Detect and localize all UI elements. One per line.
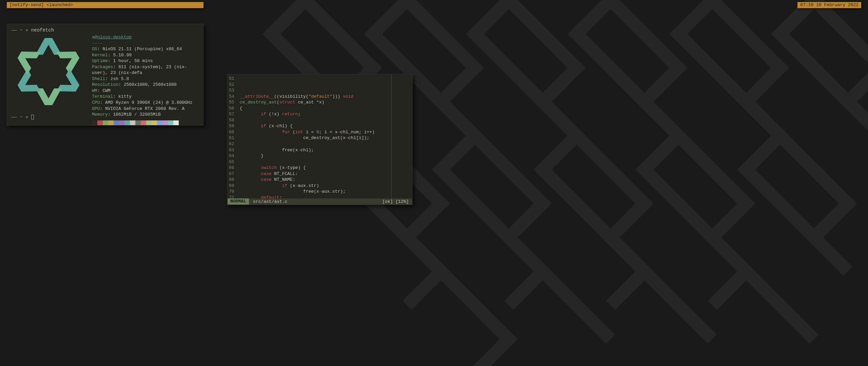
prompt-line: —— ~ » neofetch — [11, 27, 199, 33]
neofetch-field: Uptime: 1 hour, 50 mins — [92, 58, 199, 64]
line-number: 67 — [229, 171, 234, 177]
line-number: 61 — [229, 135, 234, 141]
neofetch-field-value: zsh 5.8 — [111, 76, 129, 81]
nixos-logo-icon — [11, 34, 86, 109]
neofetch-field-value: CWM — [102, 88, 110, 93]
neofetch-field-key: GPU — [92, 106, 100, 111]
editor-body[interactable]: 5152535455565758596061626364656667686970… — [228, 74, 412, 198]
color-swatch — [119, 120, 124, 126]
line-number: 51 — [229, 76, 234, 82]
line-number: 64 — [229, 153, 234, 159]
neofetch-at: @ — [95, 35, 97, 40]
color-swatch — [173, 120, 179, 126]
status-bar: NORMAL src/ast/ast.c [ok] [12%] — [228, 198, 412, 205]
code-line — [240, 117, 409, 123]
code-line — [240, 141, 409, 147]
code-line: ce_destroy_ast(x→chl[i]); — [240, 135, 409, 141]
neofetch-field: CPU: AMD Ryzen 9 3900X (24) @ 3.800GHz — [92, 100, 199, 106]
neofetch-field: Memory: 1062MiB / 32085MiB — [92, 112, 199, 118]
neofetch-field-value: NVIDIA GeForce RTX 2060 Rev. A — [105, 106, 185, 111]
line-number: 70 — [229, 189, 234, 195]
neofetch-separator: ---- — [92, 40, 199, 46]
editor-window[interactable]: 5152535455565758596061626364656667686970… — [227, 74, 412, 205]
line-number: 63 — [229, 147, 234, 153]
line-number: 60 — [229, 129, 234, 135]
line-number: 66 — [229, 165, 234, 171]
code-line: __attribute__((visibility("default"))) v… — [240, 94, 409, 100]
neofetch-info: a@nixos-desktop ---- OS: NixOS 21.11 (Po… — [92, 34, 199, 126]
code-line: if (!x) return; — [240, 111, 409, 117]
prompt-line-idle[interactable]: —— ~ » — [11, 114, 34, 120]
neofetch-field: Resolution: 2560x1080, 2560x1080 — [92, 82, 199, 88]
line-number: 58 — [229, 117, 234, 123]
color-swatch — [168, 120, 173, 126]
neofetch-host: nixos-desktop — [97, 35, 132, 40]
prompt-dash: —— — [11, 114, 17, 120]
neofetch-output: a@nixos-desktop ---- OS: NixOS 21.11 (Po… — [11, 34, 199, 126]
clock-text: 07:10 18 February 2022 — [800, 2, 859, 7]
line-number-gutter: 5152535455565758596061626364656667686970… — [228, 74, 237, 198]
color-swatch — [157, 120, 162, 126]
prompt-arrow: » — [25, 27, 28, 33]
line-number: 57 — [229, 111, 234, 117]
status-position: [ok] [12%] — [379, 199, 412, 204]
notification-bar: [notify-send] <launched> — [7, 2, 204, 8]
line-number: 59 — [229, 123, 234, 129]
neofetch-field: WM: CWM — [92, 88, 199, 94]
code-line: for (int i = 0; i < x→chl_num; i++) — [240, 129, 409, 135]
neofetch-field-value: AMD Ryzen 9 3900X (24) @ 3.800GHz — [105, 100, 192, 105]
prompt-command: neofetch — [31, 27, 54, 33]
neofetch-field: GPU: NVIDIA GeForce RTX 2060 Rev. A — [92, 106, 199, 112]
line-number: 69 — [229, 183, 234, 189]
color-swatch — [141, 120, 146, 126]
terminal-window[interactable]: —— ~ » neofetch a@nixos-desktop ---- — [7, 24, 204, 126]
line-number: 62 — [229, 141, 234, 147]
neofetch-field-key: Memory — [92, 112, 108, 117]
neofetch-field-value: kitty — [118, 94, 132, 99]
line-number: 56 — [229, 105, 234, 112]
color-swatch — [135, 120, 141, 126]
color-swatch — [130, 120, 135, 126]
neofetch-field-value: NixOS 21.11 (Porcupine) x86_64 — [102, 46, 182, 52]
status-file: src/ast/ast.c — [249, 199, 379, 204]
line-number: 52 — [229, 82, 234, 88]
neofetch-field-key: Packages — [92, 64, 113, 70]
neofetch-field-key: CPU — [92, 100, 100, 105]
code-line — [240, 159, 409, 165]
line-number: 71 — [229, 195, 234, 198]
code-line: ce_destroy_ast(struct ce_ast *x) — [240, 99, 409, 105]
neofetch-field: Kernel: 5.10.99 — [92, 52, 199, 58]
code-area[interactable]: __attribute__((visibility("default"))) v… — [237, 74, 412, 198]
cursor-icon — [31, 115, 34, 119]
line-number: 68 — [229, 177, 234, 183]
color-swatch — [124, 120, 130, 126]
status-mode: NORMAL — [228, 198, 249, 205]
code-line: case NT_FCALL: — [240, 171, 409, 177]
neofetch-field-key: Terminal — [92, 94, 113, 99]
neofetch-field: Terminal: kitty — [92, 94, 199, 100]
line-number: 54 — [229, 94, 234, 100]
neofetch-field: Packages: 611 (nix-system), 23 (nix-user… — [92, 64, 199, 76]
color-swatch — [92, 120, 97, 126]
code-line: } — [240, 153, 409, 159]
color-swatch — [108, 120, 114, 126]
color-column — [391, 74, 392, 198]
color-palette — [92, 120, 199, 126]
neofetch-field-value: 2560x1080, 2560x1080 — [124, 82, 177, 87]
neofetch-field: OS: NixOS 21.11 (Porcupine) x86_64 — [92, 46, 199, 52]
neofetch-field-key: Resolution — [92, 82, 118, 87]
code-line: if (x→aux.str) — [240, 183, 409, 189]
code-line: if (x→chl) { — [240, 123, 409, 129]
neofetch-field-key: Shell — [92, 76, 105, 81]
color-swatch — [152, 120, 157, 126]
color-swatch — [103, 120, 108, 126]
color-swatch — [114, 120, 119, 126]
code-line: free(x→aux.str); — [240, 189, 409, 195]
prompt-dash: —— — [11, 27, 17, 33]
code-line: switch (x→type) { — [240, 165, 409, 171]
line-number: 65 — [229, 159, 234, 165]
clock-bar: 07:10 18 February 2022 — [797, 2, 861, 8]
color-swatch — [162, 120, 168, 126]
neofetch-field-value: 1 hour, 50 mins — [113, 58, 153, 63]
code-line: default: — [240, 195, 409, 198]
